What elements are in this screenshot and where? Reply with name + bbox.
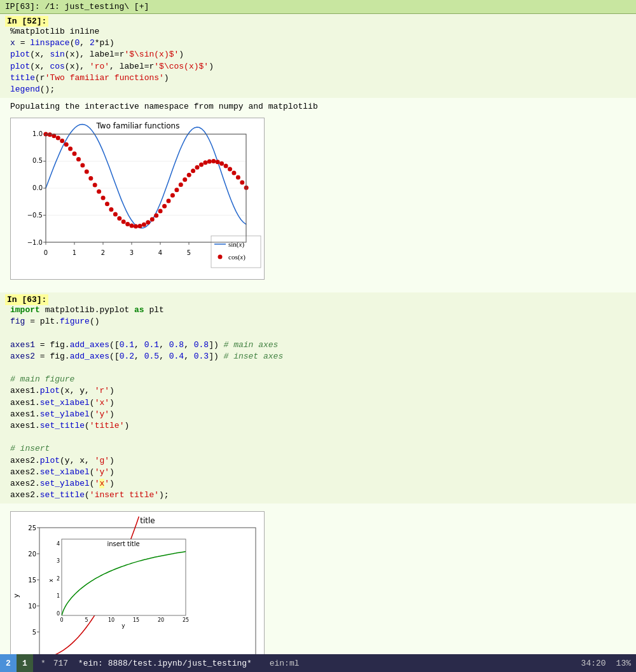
chart1-container: Two familiar functions −1.0 −0.5 0.0 0.5…	[10, 118, 265, 280]
svg-point-49	[162, 204, 167, 209]
status-cell-numbers: 2 1	[0, 654, 33, 672]
svg-point-27	[73, 151, 77, 156]
status-filename-area: * 717 *ein: 8888/test.ipynb/just_testing…	[33, 659, 581, 668]
code-line-2: x = linspace(0, 2*pi)	[10, 38, 631, 49]
code-line-4: plot(x, cos(x), 'ro', label=r'$\cos(x)$'…	[10, 61, 631, 72]
svg-point-68	[240, 181, 244, 185]
svg-point-72	[218, 255, 223, 259]
title-bar: IP[63]: /1: just_testing\ [+]	[0, 0, 636, 14]
y-tick-label: 1.0	[32, 130, 43, 137]
inset-y-label: x	[48, 579, 54, 582]
svg-text:20: 20	[28, 551, 36, 558]
chart2-container: title 0 5 10 15 20 25 0 1	[10, 511, 265, 667]
svg-text:2: 2	[57, 576, 60, 582]
svg-point-28	[76, 157, 81, 161]
svg-point-51	[170, 193, 175, 198]
cell-63-output: title 0 5 10 15 20 25 0 1	[0, 504, 636, 667]
svg-point-33	[97, 189, 101, 194]
svg-point-30	[85, 170, 89, 174]
svg-text:4: 4	[57, 541, 60, 547]
c63-line-11: axes2.plot(y, x, 'g')	[10, 455, 631, 467]
status-star: *	[41, 659, 46, 668]
svg-text:20: 20	[158, 617, 164, 623]
cell-63-prompt: In [63]:	[5, 294, 48, 305]
svg-text:10: 10	[108, 617, 114, 623]
svg-point-44	[142, 223, 146, 227]
svg-text:15: 15	[28, 577, 36, 584]
y-tick-label: −1.0	[27, 239, 43, 246]
svg-point-63	[219, 161, 224, 166]
c63-line-5: # main figure	[10, 374, 631, 385]
svg-point-31	[88, 176, 93, 181]
status-linecount: 717	[53, 659, 68, 668]
svg-point-58	[199, 163, 204, 167]
svg-point-42	[134, 224, 138, 229]
chart2-y-label: y	[12, 594, 20, 598]
svg-point-29	[80, 163, 85, 168]
svg-point-61	[211, 159, 216, 163]
cell-52-input: In [52]: %matplotlib inline x = linspace…	[0, 14, 636, 98]
svg-point-64	[224, 164, 228, 168]
status-num-2[interactable]: 2	[0, 654, 17, 672]
legend-cos-label: cos(x)	[228, 253, 245, 261]
svg-point-50	[167, 199, 171, 203]
svg-point-23	[56, 136, 60, 141]
c63-line-9: axes1.set_title('title')	[10, 420, 631, 432]
status-mode: ein:ml	[270, 659, 300, 668]
status-right: 34:20 13%	[581, 659, 636, 668]
sin-cos-chart: Two familiar functions −1.0 −0.5 0.0 0.5…	[10, 118, 265, 280]
svg-point-34	[101, 196, 106, 200]
svg-rect-100	[62, 539, 186, 615]
c63-line-12: axes2.set_xlabel('y')	[10, 467, 631, 478]
svg-point-60	[207, 160, 212, 164]
svg-point-40	[125, 222, 130, 226]
svg-point-43	[138, 224, 142, 228]
title-insert-chart: title 0 5 10 15 20 25 0 1	[10, 511, 265, 667]
svg-point-57	[195, 165, 200, 170]
c63-line-4: axes2 = fig.add_axes([0.2, 0.5, 0.4, 0.3…	[10, 351, 631, 362]
y-tick-label: 0.0	[32, 184, 43, 191]
svg-point-62	[216, 160, 220, 164]
svg-point-67	[236, 175, 240, 180]
svg-text:5: 5	[32, 629, 36, 636]
svg-text:1: 1	[57, 593, 60, 599]
status-num-1[interactable]: 1	[17, 654, 33, 672]
code-line-1: %matplotlib inline	[10, 26, 631, 38]
x-tick-label: 1	[73, 249, 76, 256]
svg-point-25	[64, 142, 69, 147]
status-filename: *ein: 8888/test.ipynb/just_testing*	[78, 659, 252, 668]
status-percent: 13%	[616, 659, 631, 668]
svg-point-21	[48, 132, 52, 137]
x-tick-label: 3	[130, 249, 134, 256]
svg-text:0: 0	[60, 617, 63, 623]
cell-63-input: In [63]: import matplotlib.pyplot as plt…	[0, 292, 636, 504]
c63-blank1	[10, 328, 631, 339]
x-tick-label: 5	[187, 249, 191, 256]
svg-point-46	[150, 217, 155, 222]
c63-blank2	[10, 362, 631, 374]
svg-point-38	[117, 216, 121, 221]
svg-point-37	[113, 212, 118, 217]
svg-text:10: 10	[28, 603, 36, 610]
chart2-inset-title: insert title	[107, 540, 139, 547]
cell-52-output: Populating the interactive namespace fro…	[0, 98, 636, 292]
svg-text:3: 3	[57, 558, 60, 564]
code-line-5: title(r'Two familiar functions')	[10, 72, 631, 84]
svg-point-35	[105, 202, 109, 206]
cell-52-prompt: In [52]:	[5, 16, 48, 27]
c63-line-13: axes2.set_ylabel('x')	[10, 478, 631, 490]
code-line-6: legend();	[10, 84, 631, 95]
svg-point-24	[60, 139, 64, 143]
svg-point-32	[93, 183, 97, 188]
svg-point-45	[146, 220, 150, 224]
svg-point-39	[121, 219, 126, 224]
c63-line-3: axes1 = fig.add_axes([0.1, 0.1, 0.8, 0.8…	[10, 339, 631, 351]
svg-text:15: 15	[133, 617, 139, 623]
svg-point-65	[228, 167, 232, 172]
y-tick-label: −0.5	[27, 212, 43, 219]
svg-text:25: 25	[183, 617, 189, 623]
svg-point-41	[130, 224, 134, 228]
svg-text:25: 25	[28, 525, 36, 531]
svg-point-54	[183, 177, 187, 182]
svg-text:0: 0	[57, 611, 60, 617]
